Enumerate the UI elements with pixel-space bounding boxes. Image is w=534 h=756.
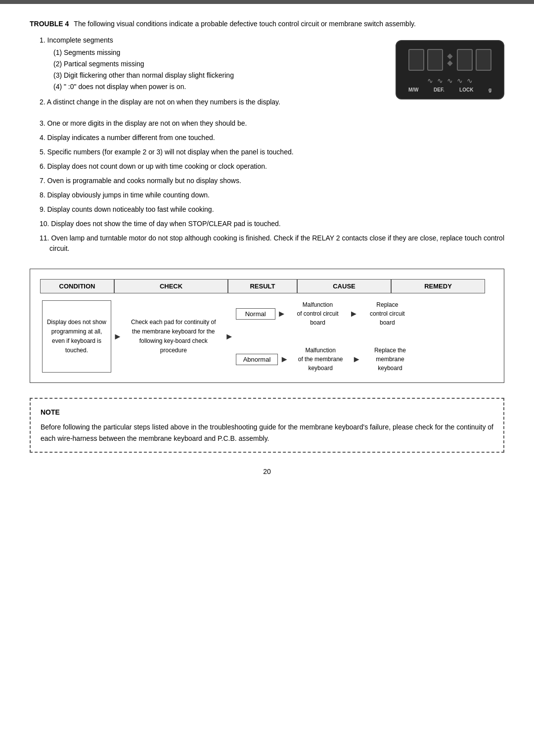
colon-dots xyxy=(446,54,454,65)
digit-2 xyxy=(427,49,443,71)
remedy-header: REMEDY xyxy=(391,279,485,293)
sub-item-1-1: (1) Segments missing xyxy=(53,47,386,58)
list-item-9: 9. Display counts down noticeably too fa… xyxy=(40,204,504,215)
digit-1 xyxy=(408,49,424,71)
list-item-6: 6. Display does not count down or up wit… xyxy=(40,161,504,172)
digit-3 xyxy=(457,49,473,71)
list-item-2: 2. A distinct change in the display are … xyxy=(40,97,386,107)
lock-label: LOCK xyxy=(459,86,473,94)
list-item-7: 7. Oven is programable and cooks normall… xyxy=(40,176,504,186)
list-item-8: 8. Display obviously jumps in time while… xyxy=(40,190,504,200)
arrow-abnormal-remedy: ► xyxy=(352,354,361,365)
abnormal-cause: Malfunction of the membrane keyboard xyxy=(291,346,350,373)
digit-4 xyxy=(476,49,491,71)
arrow-1: ► xyxy=(111,300,124,373)
arrow-2: ► xyxy=(223,300,236,373)
page-number: 20 xyxy=(30,468,504,475)
list-item-5: 5. Specific numbers (for example 2 or 3)… xyxy=(40,147,504,157)
arrow-normal-cause: ► xyxy=(277,309,286,319)
top-bar xyxy=(0,0,534,4)
sub-item-1-2: (2) Partical segments missing xyxy=(53,59,386,69)
sub-item-1-3: (3) Digit flickering other than normal d… xyxy=(53,70,386,81)
note-text: Before following the particular steps li… xyxy=(41,423,493,442)
g-label: g xyxy=(489,86,491,94)
sub-list-1: (1) Segments missing (2) Partical segmen… xyxy=(53,47,386,92)
note-box: NOTE Before following the particular ste… xyxy=(30,398,504,453)
normal-cause: Malfunction of control circuit board xyxy=(288,300,347,327)
normal-remedy: Replace control circuit board xyxy=(360,300,414,327)
trouble4-section: TROUBLE 4 The following visual condition… xyxy=(30,19,504,254)
mw-label: M/W xyxy=(408,86,419,94)
abnormal-remedy: Replace the membrane keyboard xyxy=(363,346,417,373)
trouble4-description: The following visual conditions indicate… xyxy=(74,19,504,29)
display-panel: ∿ ∿ ∿ ∿ ∿ M/W DEF. LOCK g xyxy=(396,40,504,99)
flowchart: CONDITION CHECK RESULT CAUSE REMEDY Disp… xyxy=(30,269,504,383)
note-title: NOTE xyxy=(41,407,493,418)
result-header: RESULT xyxy=(228,279,297,293)
cause-header: CAUSE xyxy=(297,279,391,293)
normal-row: Normal ► Malfunction of control circuit … xyxy=(236,300,417,327)
panel-arrows: ∿ ∿ ∿ ∿ ∿ xyxy=(427,76,473,86)
trouble4-header: TROUBLE 4 The following visual condition… xyxy=(30,19,504,29)
list-item-11: 11. Oven lamp and turntable motor do not… xyxy=(40,233,504,254)
abnormal-result: Abnormal xyxy=(236,354,278,365)
list-item-10: 10. Display does not show the time of da… xyxy=(40,219,504,229)
trouble4-label: TROUBLE 4 xyxy=(30,19,69,29)
condition-box: Display does not show programming at all… xyxy=(42,300,111,373)
def-label: DEF. xyxy=(434,86,445,94)
check-header: CHECK xyxy=(114,279,228,293)
sub-item-1-4: (4) " :0" does not display when power is… xyxy=(53,82,386,92)
list-item-1: 1. Incomplete segments xyxy=(40,35,386,46)
arrow-abnormal-cause: ► xyxy=(280,354,289,365)
list-item-4: 4. Display indicates a number different … xyxy=(40,133,504,143)
main-content: TROUBLE 4 The following visual condition… xyxy=(0,19,534,505)
check-box: Check each pad for continuity of the mem… xyxy=(124,300,223,373)
panel-labels: M/W DEF. LOCK g xyxy=(406,86,493,94)
condition-header: CONDITION xyxy=(40,279,114,293)
abnormal-row: Abnormal ► Malfunction of the membrane k… xyxy=(236,346,417,373)
flowchart-body: Display does not show programming at all… xyxy=(40,300,494,373)
arrow-normal-remedy: ► xyxy=(349,309,358,319)
results-group: Normal ► Malfunction of control circuit … xyxy=(236,300,417,373)
normal-result: Normal xyxy=(236,308,275,320)
list-item-3: 3. One or more digits in the display are… xyxy=(40,118,504,129)
flowchart-headers: CONDITION CHECK RESULT CAUSE REMEDY xyxy=(40,279,494,293)
